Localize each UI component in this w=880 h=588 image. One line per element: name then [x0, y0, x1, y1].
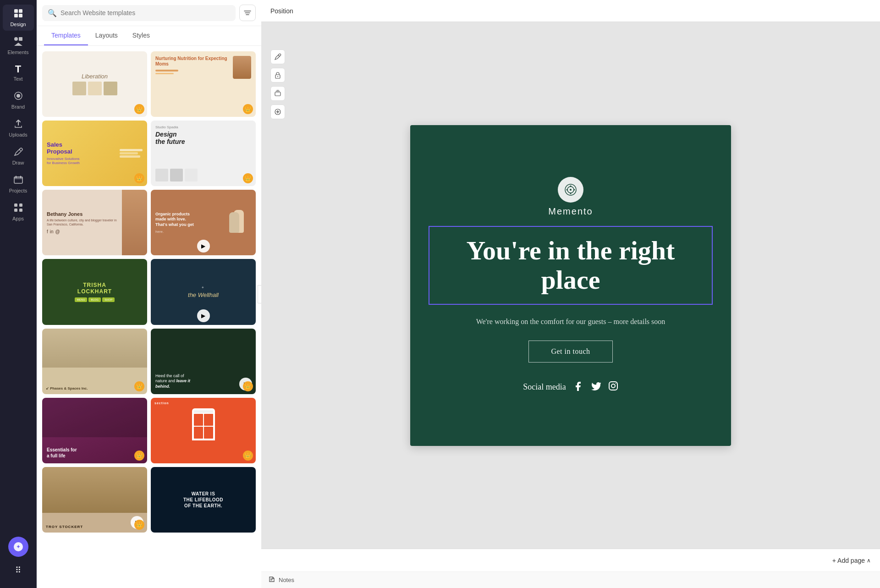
crown-icon-3: 👑	[134, 173, 144, 183]
tab-templates[interactable]: Templates	[44, 26, 88, 45]
templates-panel: 🔍 Templates Layouts Styles Liberation	[37, 0, 261, 588]
template-card-section[interactable]: section 👑	[151, 398, 256, 463]
sidebar-item-draw-label: Draw	[12, 160, 24, 165]
svg-point-8	[16, 94, 20, 98]
edit-tool-button[interactable]	[270, 49, 285, 64]
sidebar-bottom: ✦ ⠿	[0, 532, 36, 583]
instagram-icon	[608, 381, 618, 394]
social-media-label: Social media	[523, 382, 566, 392]
template-card-essentials[interactable]: Essentials fora full life 👑	[42, 398, 147, 463]
crown-icon-2: 👑	[243, 104, 253, 114]
memento-logo-icon	[558, 177, 583, 203]
sidebar-item-design[interactable]: Design	[3, 5, 34, 31]
search-icon: 🔍	[48, 9, 57, 17]
panel-collapse-handle[interactable]: ‹	[258, 285, 261, 303]
canvas-logo-text: Memento	[548, 206, 593, 217]
play-button-6[interactable]: ▶	[197, 240, 210, 253]
crown-icon-4: 👑	[243, 173, 253, 183]
canvas-cta-button[interactable]: Get in touch	[528, 341, 612, 363]
svg-rect-3	[19, 14, 22, 17]
draw-icon	[13, 147, 23, 158]
sidebar-item-elements[interactable]: Elements	[3, 33, 34, 59]
template-card-trisha[interactable]: TRISHALOCKHART MENU BLOG SHOP	[42, 259, 147, 324]
notes-label: Notes	[279, 577, 294, 583]
add-page-button[interactable]: + Add page ∧	[832, 557, 871, 564]
uploads-icon	[13, 119, 23, 130]
main-area: Position	[261, 0, 880, 588]
chevron-up-icon: ∧	[867, 557, 871, 564]
text-icon: T	[15, 64, 21, 74]
template-card-organic[interactable]: Organic productsmade with love.That's wh…	[151, 190, 256, 255]
sidebar-item-text[interactable]: T Text	[3, 60, 34, 85]
svg-point-29	[566, 189, 568, 191]
elements-icon	[13, 36, 23, 48]
svg-rect-11	[14, 203, 17, 207]
svg-rect-12	[19, 203, 22, 207]
sidebar: Design Elements T Text Brand	[0, 0, 37, 588]
filter-button[interactable]	[239, 5, 256, 21]
sidebar-item-uploads[interactable]: Uploads	[3, 115, 34, 141]
layers-tool-button[interactable]	[270, 86, 285, 101]
svg-rect-2	[14, 14, 18, 17]
projects-icon	[13, 175, 23, 186]
template-card-nature[interactable]: Heed the call ofnature and leave itbehin…	[151, 329, 256, 394]
sidebar-item-projects-label: Projects	[9, 188, 28, 193]
svg-text:✦: ✦	[16, 544, 21, 550]
search-input-wrap[interactable]: 🔍	[42, 5, 236, 21]
svg-rect-1	[19, 9, 22, 13]
play-button-8[interactable]: ▶	[197, 309, 210, 322]
sidebar-item-apps-label: Apps	[12, 216, 24, 221]
template-card-liberation[interactable]: Liberation 👑	[42, 51, 147, 117]
sidebar-item-projects[interactable]: Projects	[3, 171, 34, 197]
apps-icon	[13, 203, 23, 214]
tab-styles[interactable]: Styles	[125, 26, 157, 45]
canvas-area: Memento You're in the right place We're …	[261, 22, 880, 549]
add-page-label: + Add page	[832, 557, 865, 564]
template-card-nutrition[interactable]: Nurturing Nutrition for Expecting Moms 👑	[151, 51, 256, 117]
notes-bar: Notes	[261, 572, 880, 588]
sidebar-item-apps[interactable]: Apps	[3, 199, 34, 225]
search-input[interactable]	[60, 9, 230, 16]
twitter-icon	[591, 381, 601, 394]
tab-layouts[interactable]: Layouts	[88, 26, 125, 45]
template-card-design-future[interactable]: Studio Spadia Designthe future 👑	[151, 121, 256, 186]
templates-grid: Liberation 👑 Nurturing Nutrition for Exp…	[37, 46, 261, 588]
template-card-wellhall[interactable]: ✦ the Wellhall ▶	[151, 259, 256, 324]
design-icon	[13, 8, 23, 20]
template-card-water[interactable]: WATER ISTHE LIFEBLOODOF THE EARTH.	[151, 467, 256, 533]
template-card-troy[interactable]: TROY STOCKERT ▶ 👑	[42, 467, 147, 533]
sidebar-grid-dots[interactable]: ⠿	[3, 561, 34, 579]
brand-icon	[13, 91, 23, 102]
lock-tool-button[interactable]	[270, 68, 285, 82]
sidebar-item-brand[interactable]: Brand	[3, 87, 34, 113]
template-card-sales[interactable]: SalesProposal Innovative Solutionsfor Bu…	[42, 121, 147, 186]
template-card-phases[interactable]: ↙ Phases & Spaces Inc. 👑	[42, 329, 147, 394]
template-card-bethany[interactable]: Bethany Jones A life between culture, ci…	[42, 190, 147, 255]
crown-icon-10: 👑	[243, 381, 253, 391]
grid-dots-icon: ⠿	[15, 565, 21, 575]
canvas-logo: Memento	[548, 177, 593, 217]
crown-icon-9: 👑	[134, 381, 144, 391]
canvas-headline: You're in the right place	[439, 236, 703, 295]
sidebar-item-uploads-label: Uploads	[9, 132, 27, 137]
crown-icon-12: 👑	[243, 451, 253, 461]
svg-point-4	[14, 37, 18, 41]
svg-marker-6	[14, 43, 22, 46]
canvas-design: Memento You're in the right place We're …	[410, 125, 731, 446]
svg-rect-14	[19, 209, 22, 212]
svg-rect-10	[14, 177, 22, 179]
svg-rect-13	[14, 209, 17, 212]
crown-icon: 👑	[134, 104, 144, 114]
svg-point-21	[277, 76, 278, 77]
svg-point-30	[574, 189, 575, 191]
svg-point-28	[570, 193, 572, 194]
sidebar-item-text-label: Text	[13, 76, 22, 82]
svg-point-26	[570, 189, 572, 191]
canva-main-button[interactable]: ✦	[8, 537, 28, 557]
add-tool-button[interactable]	[270, 104, 285, 119]
sidebar-item-draw[interactable]: Draw	[3, 143, 34, 169]
svg-rect-22	[275, 92, 280, 96]
bottom-bar: + Add page ∧	[261, 549, 880, 572]
svg-rect-0	[14, 9, 18, 13]
canvas-selected-box[interactable]: You're in the right place	[429, 226, 713, 305]
